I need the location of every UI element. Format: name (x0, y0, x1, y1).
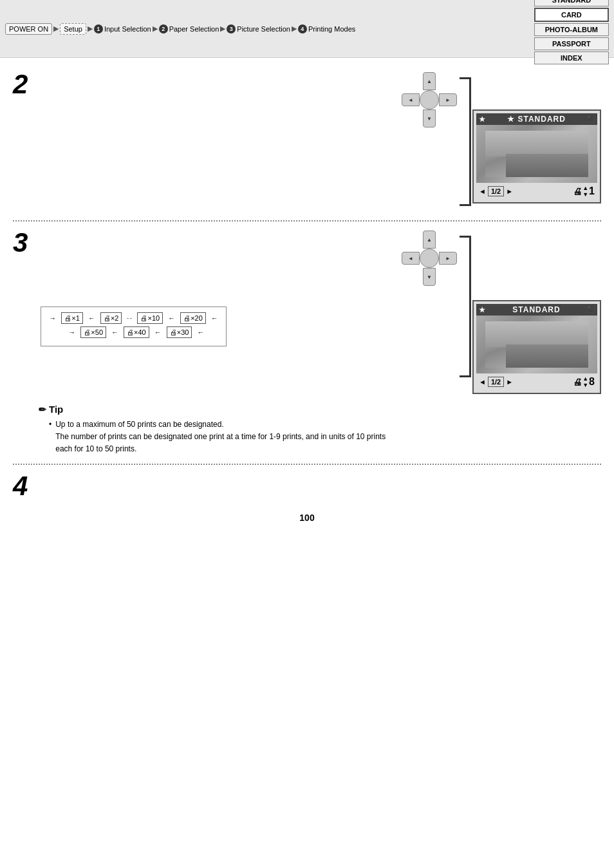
bc-input-selection: 1 Input Selection (94, 24, 151, 33)
menu-standard[interactable]: STANDARD (534, 0, 609, 6)
step-3-middle: → 🖨×1 ← 🖨×2 🖨×10 ← 🖨×20 ← → 🖨×50 ← 🖨×40 … (41, 229, 400, 353)
step-4-row: 4 (13, 473, 601, 500)
bc-picture-label: Picture Selection (237, 25, 290, 33)
bc-printing-label: Printing Modes (308, 25, 355, 33)
main-content: 2 ▲ ▼ ◄ ► (0, 58, 614, 542)
bc-num-2: 2 (159, 24, 168, 33)
dpad-left-btn[interactable]: ◄ (402, 93, 420, 106)
print-count-diagram: → 🖨×1 ← 🖨×2 🖨×10 ← 🖨×20 ← → 🖨×50 ← 🖨×40 … (41, 307, 226, 346)
step-2-left-arrow: ◄ (479, 187, 486, 195)
step-3-photo (485, 321, 588, 368)
step-3-right: ▲ ▼ ◄ ► ★ (400, 229, 601, 394)
pcd-arrow-r7: ← (154, 328, 162, 336)
step-4-number: 4 (13, 471, 28, 501)
pcd-x30: 🖨×30 (167, 326, 192, 338)
bc-paper-selection: 2 Paper Selection (159, 24, 219, 33)
step-3-lcd-header: ★ STANDARD ⬛ (476, 304, 597, 316)
pcd-arrow-r6: ← (111, 328, 118, 336)
pcd-row-1: → 🖨×1 ← 🖨×2 🖨×10 ← 🖨×20 ← (49, 312, 218, 324)
step3-dpad-up-btn[interactable]: ▲ (423, 231, 436, 249)
step-2-footer-left: ◄ 1/2 ► (479, 186, 513, 196)
tip-bullet-1: Up to a maximum of 50 prints can be desi… (49, 419, 601, 456)
step-3-lcd-icon: ⬛ (588, 307, 595, 313)
step-2-print-up: ▲▼ (582, 185, 588, 198)
bc-arrow-2: ▶ (88, 24, 93, 33)
bc-poweron-label: POWER ON (5, 23, 52, 35)
menu-card[interactable]: CARD (534, 8, 609, 22)
menu-passport[interactable]: PASSPORT (534, 37, 609, 50)
step-2-lcd-icon: ⬛ (588, 116, 595, 122)
step-2-page: 1/2 (488, 186, 504, 196)
step-4-left: 4 (13, 473, 41, 500)
step-2-photo (485, 131, 588, 177)
step-3-footer-left: ◄ 1/2 ► (479, 377, 513, 387)
step3-dpad-down-btn[interactable]: ▼ (423, 268, 436, 286)
tip-section: ✏ Tip Up to a maximum of 50 prints can b… (39, 404, 601, 456)
bc-poweron: POWER ON (5, 23, 52, 35)
divider-2 (13, 464, 601, 465)
pcd-x40: 🖨×40 (124, 326, 149, 338)
bc-setup-label: Setup (60, 23, 86, 35)
step-2-lcd: ★ ★ STANDARD ⬛ ◄ 1/2 ► 🖨 ▲▼ (472, 109, 601, 203)
step-3-count-value: 8 (589, 376, 595, 388)
step3-dpad-right-btn[interactable]: ► (439, 252, 457, 265)
step-3-right-arrow: ► (506, 378, 513, 386)
step-3-dpad: ▲ ▼ ◄ ► (400, 229, 458, 287)
step3-dpad-center (420, 249, 439, 268)
bc-num-4: 4 (298, 24, 307, 33)
pcd-x2: 🖨×2 (100, 312, 122, 324)
divider-1 (13, 220, 601, 222)
tip-title-text: Tip (49, 404, 63, 415)
pcd-x1: 🖨×1 (61, 312, 83, 324)
bc-num-3: 3 (227, 24, 236, 33)
tip-pencil-icon: ✏ (39, 404, 46, 415)
pcd-arrow-r4: ← (211, 314, 218, 322)
step-3-print-count: 🖨 ▲▼ 8 (573, 375, 595, 388)
dpad-up-btn[interactable]: ▲ (423, 72, 436, 90)
step3-dpad-left-arrow: ◄ (402, 252, 419, 264)
dpad-left-arrow: ◄ (402, 94, 419, 106)
step-2-lcd-image (476, 125, 597, 183)
step-2-count-value: 1 (589, 185, 595, 197)
tip-line-2: The number of prints can be designated o… (55, 432, 386, 441)
tip-line-3: each for 10 to 50 prints. (55, 444, 136, 453)
step-3-left: 3 (13, 229, 41, 256)
bc-arrow-1: ▶ (53, 24, 59, 33)
step-2-dpad-col: ▲ ▼ ◄ ► (400, 71, 458, 135)
pcd-x20: 🖨×20 (180, 312, 206, 324)
step-3-print-icon: 🖨 (573, 377, 582, 387)
tip-content: Up to a maximum of 50 prints can be desi… (49, 419, 601, 456)
dpad-right-btn[interactable]: ► (439, 93, 457, 106)
step-2-lcd-title: ★ STANDARD (507, 115, 566, 124)
pcd-x10: 🖨×10 (137, 312, 163, 324)
bc-paper-label: Paper Selection (169, 25, 219, 33)
bc-printing-modes: 4 Printing Modes (298, 24, 355, 33)
menu-photo-album[interactable]: PHOTO-ALBUM (534, 23, 609, 36)
pcd-arrow-r2: ← (88, 314, 95, 322)
step-3-row: 3 → 🖨×1 ← 🖨×2 🖨×10 ← 🖨×20 ← → 🖨×5 (13, 229, 601, 394)
dpad-down-btn[interactable]: ▼ (423, 109, 436, 127)
step-2-lcd-star: ★ (479, 115, 485, 124)
pcd-x50: 🖨×50 (80, 326, 106, 338)
step-2-number: 2 (13, 69, 28, 99)
step-3-lcd: ★ STANDARD ⬛ ◄ 1/2 ► 🖨 ▲▼ 8 (472, 300, 601, 394)
step-3-dpad-col: ▲ ▼ ◄ ► (400, 229, 458, 294)
dpad-down-arrow: ▼ (423, 110, 435, 127)
bc-arrow-3: ▶ (153, 24, 158, 33)
step-2-row: 2 ▲ ▼ ◄ ► (13, 71, 601, 212)
pcd-arrow-r5: → (68, 328, 75, 336)
step-2-lcd-footer: ◄ 1/2 ► 🖨 ▲▼ 1 (476, 183, 597, 200)
dpad-right-arrow: ► (440, 94, 456, 106)
step3-dpad-right-arrow: ► (440, 252, 456, 264)
breadcrumb: POWER ON ▶ Setup ▶ 1 Input Selection ▶ 2… (5, 23, 528, 35)
step-3-lcd-star: ★ (479, 306, 485, 314)
menu-index[interactable]: INDEX (534, 52, 609, 64)
step-3-lcd-footer: ◄ 1/2 ► 🖨 ▲▼ 8 (476, 373, 597, 390)
step-3-left-arrow: ◄ (479, 378, 486, 386)
step3-dpad-down-arrow: ▼ (423, 269, 435, 285)
pcd-arrow-r1: → (49, 314, 56, 322)
bc-arrow-4: ▶ (220, 24, 225, 33)
step3-dpad-left-btn[interactable]: ◄ (402, 252, 420, 265)
step-2-lcd-header: ★ ★ STANDARD ⬛ (476, 113, 597, 125)
step-2-right: ▲ ▼ ◄ ► ★ (400, 71, 601, 212)
